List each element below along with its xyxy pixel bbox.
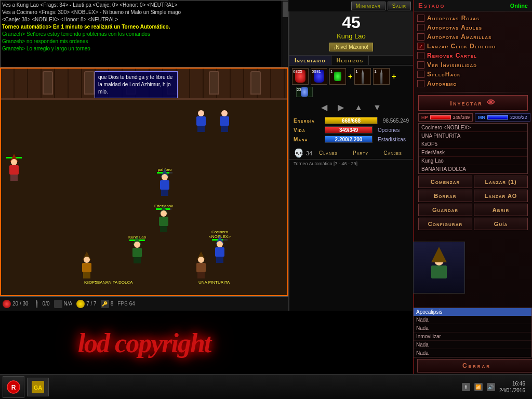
mana-value: 2.200/2.200	[325, 136, 372, 143]
borrar-button[interactable]: Borrar	[418, 190, 472, 202]
player-list-item-cocinero[interactable]: Cocinero <NOBLEX>	[419, 124, 527, 132]
player-list-item-pinturita[interactable]: UNA PINTURITA	[419, 132, 527, 140]
start-button[interactable]: R	[3, 376, 24, 398]
opciones-btn[interactable]: Opciones	[378, 127, 409, 133]
option-autopotas-rojas[interactable]: Autopotas Rojas	[417, 14, 529, 23]
inventory-tabs: Inventario Hechizos	[289, 56, 413, 65]
spell-item-inmovilizar[interactable]: Inmovilizar	[414, 332, 531, 341]
party-button[interactable]: Party	[344, 148, 377, 158]
hp-mp-display: HP 349/349 MN 2200/22	[418, 113, 528, 122]
character-edermask: EderMask	[154, 204, 173, 233]
minimize-button[interactable]: Minimizar	[351, 2, 385, 10]
slot-count-1: 6825	[293, 69, 302, 74]
mp-label-small: MN	[478, 115, 485, 120]
checkbox-autopotas-azules[interactable]	[417, 24, 424, 31]
mana-potion-icon	[301, 87, 308, 97]
spell-item-nada-3[interactable]: Nada	[414, 341, 531, 349]
mp-display: MN 2200/22	[475, 113, 530, 122]
option-remover-cartel[interactable]: Remover Cartel	[417, 51, 529, 60]
guardar-button[interactable]: Guardar	[418, 204, 472, 216]
option-autoremo[interactable]: Autoremo	[417, 79, 529, 88]
add-weapon-button[interactable]: +	[392, 72, 396, 81]
option-label-ver-invisibilidad: Ver Invisibilidad	[427, 61, 477, 69]
chat-panel: Ves a Kung Lao <Frags: 34> - Lauti pa <C…	[0, 0, 288, 68]
option-lanzar-click-derecho[interactable]: Lanzar Click Derecho	[417, 42, 529, 51]
sp-icon	[33, 300, 41, 308]
torch-6	[250, 71, 261, 95]
exit-button[interactable]: Salir	[388, 2, 411, 10]
game-app-icon: GA	[32, 381, 44, 393]
spell-item-nada-2[interactable]: Nada	[414, 324, 531, 332]
option-label-remover-cartel: Remover Cartel	[427, 52, 477, 59]
checkbox-autoremo[interactable]	[417, 80, 424, 87]
bottom-menu: 💀 34 Clanes Party Canjes	[289, 147, 413, 159]
player-list-item-kiiop5[interactable]: KiiOP5	[419, 140, 527, 149]
checkbox-autopotas-rojas[interactable]	[417, 15, 424, 22]
energy-row: Energía 668/668 98.565.249	[294, 117, 409, 124]
checkbox-lanzar-click-derecho[interactable]	[417, 43, 424, 50]
inv-slot-count[interactable]: 1	[329, 68, 346, 85]
tray-icon-2[interactable]: 📶	[474, 383, 483, 391]
player-list-item-kunglao[interactable]: Kung Lao	[419, 157, 527, 165]
inv-row-2: 23	[292, 87, 410, 97]
torch-1	[43, 71, 53, 95]
taskbar-game-app[interactable]: GA	[27, 378, 49, 396]
inject-label: Inyectar	[450, 99, 482, 107]
comenzar-button[interactable]: Comenzar	[418, 176, 472, 188]
status-sp-value: 0/0	[43, 301, 50, 307]
spell-item-nada-1[interactable]: Nada	[414, 316, 531, 324]
spell-item-apocalipsis[interactable]: Apocalipsis	[414, 308, 531, 316]
player-list-item-edermask[interactable]: EderMask	[419, 149, 527, 157]
ga-icon: GA	[32, 381, 44, 393]
arrow-left[interactable]: ◀	[321, 102, 327, 112]
option-ver-invisibilidad[interactable]: Ver Invisibilidad	[417, 60, 529, 70]
star-icon	[76, 300, 85, 308]
chat-line-2: Ves a Cocinero <Frags: 300> <NOBLEX> - N…	[2, 9, 286, 16]
online-badge: Online	[510, 3, 528, 9]
volume-icon[interactable]: 🔊	[487, 383, 495, 391]
checkbox-speedhack[interactable]	[417, 71, 424, 78]
chat-line-1: Ves a Kung Lao <Frags: 34> - Lauti pa <C…	[2, 2, 286, 9]
arrow-right[interactable]: ▶	[338, 102, 344, 112]
status-na: N/A	[54, 300, 73, 308]
inv-slot-weapon2[interactable]: 1	[373, 68, 390, 85]
checkbox-autopotas-amarillas[interactable]	[417, 33, 424, 41]
inv-slot-blue-potion[interactable]: 5981	[311, 68, 327, 85]
player-list-item-bananita[interactable]: BANANITA DOLCA	[419, 165, 527, 174]
tab-hechizos[interactable]: Hechizos	[331, 56, 369, 65]
arrow-up[interactable]: ▲	[354, 103, 363, 112]
green-potion-icon	[334, 72, 341, 81]
guia-button[interactable]: Guía	[474, 218, 528, 230]
taskbar-date-value: 24/01/2016	[499, 387, 525, 394]
estadisticas-btn[interactable]: Estadísticas	[378, 137, 409, 142]
inject-button[interactable]: Inyectar 👁	[418, 95, 528, 111]
game-world[interactable]: 1 Normal que Dios te bendiga y te libre …	[0, 68, 288, 296]
lanzar-ao-button[interactable]: Lanzar AO	[474, 190, 528, 202]
mp-value-small: 2200/22	[510, 115, 527, 120]
character-kung-lao: Kung Lao	[128, 235, 146, 264]
abrir-button[interactable]: Abrir	[474, 204, 528, 216]
clanes-button[interactable]: Clanes	[312, 148, 344, 158]
mini-spell-panel: Apocalipsis Nada Nada Inmovilizar Nada N…	[413, 308, 532, 374]
checkbox-ver-invisibilidad[interactable]	[417, 61, 424, 69]
inv-slot-red-potion[interactable]: 6825	[292, 68, 309, 85]
option-autopotas-azules[interactable]: Autopotas Azules	[417, 23, 529, 32]
option-speedhack[interactable]: SpeedHack	[417, 70, 529, 79]
character-kiiopsbananita	[79, 257, 95, 280]
character-unapinturita	[193, 257, 209, 280]
configurar-button[interactable]: Configurar	[418, 218, 472, 230]
arrow-down[interactable]: ▼	[373, 103, 381, 112]
tab-inventario[interactable]: Inventario	[289, 56, 331, 65]
spell-item-nada-4[interactable]: Nada	[414, 349, 531, 357]
inv-slot-weapon1[interactable]: 1	[354, 68, 371, 85]
lanzar1-button[interactable]: Lanzar (1)	[474, 176, 528, 188]
char-label-kiiopsbananita: KiiOP5BANANITA DOLCA	[84, 280, 133, 285]
option-autopotas-amarillas[interactable]: Autopotas Amarillas	[417, 32, 529, 42]
energy-value: 668/668	[325, 117, 377, 124]
canjes-button[interactable]: Canjes	[377, 148, 409, 158]
tray-icon-1[interactable]: ⬆	[462, 383, 470, 391]
add-slot-button[interactable]: +	[348, 72, 352, 81]
cerrar-button[interactable]: Cerrar	[417, 359, 532, 373]
torch-5	[209, 71, 219, 95]
checkbox-remover-cartel[interactable]	[417, 52, 424, 59]
